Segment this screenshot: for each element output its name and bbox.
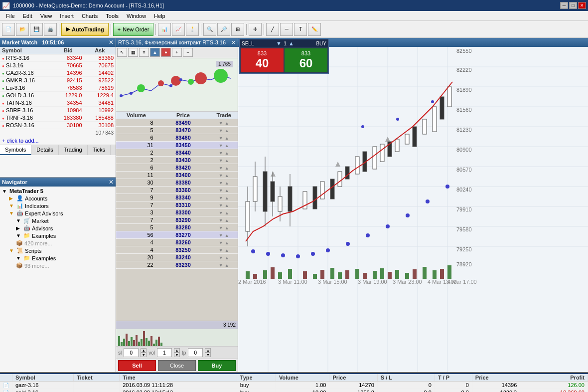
menu-file[interactable]: File [2,12,19,20]
dom-sl-down[interactable]: ▼ [141,353,147,357]
dom-trade-arrow[interactable]: ▼ ▲ [210,149,238,157]
navigator-close[interactable]: ✕ [109,179,114,186]
dom-row[interactable]: 5 83280 ▼ ▲ [116,224,238,231]
nav-metatrader5[interactable]: ▼ MetaTrader 5 [0,188,116,195]
mw-row[interactable]: ● TRNF-3.16 183380 185488 [0,114,116,122]
dom-trade-arrow[interactable]: ▼ ▲ [210,246,238,254]
mw-tab-details[interactable]: Details [31,145,59,155]
market-watch-close[interactable]: ✕ [109,39,114,46]
toolbar-text[interactable]: T [294,23,307,36]
toolbar-zoom-out[interactable]: 🔎 [217,23,230,36]
menu-edit[interactable]: Edit [19,12,36,20]
dom-row[interactable]: 2 83440 ▼ ▲ [116,149,238,157]
dom-trade-arrow[interactable]: ▼ ▲ [210,164,238,172]
mw-row[interactable]: ● Eu-3.16 78583 78619 [0,84,116,92]
mw-tab-symbols[interactable]: Symbols [0,145,31,155]
menu-help[interactable]: Help [150,12,169,20]
toolbar-open-btn[interactable]: 📂 [16,23,29,36]
dom-trade-arrow[interactable]: ▼ ▲ [210,127,238,134]
close-button[interactable]: ✕ [578,2,586,9]
toolbar-crosshair[interactable]: ✛ [249,23,262,36]
trade-row[interactable]: 📄 gazr-3.16 2016.03.09 11:11:28 buy 1.00… [0,382,588,389]
dom-sl-input[interactable] [124,348,139,357]
toolbar-pencil[interactable]: ✏️ [308,23,321,36]
dom-trade-arrow[interactable]: ▼ ▲ [210,261,238,269]
dom-btn-minus[interactable]: − [183,48,193,57]
dom-trade-arrow[interactable]: ▼ ▲ [210,201,238,209]
mw-row[interactable]: ● GAZR-3.16 14396 14402 [0,69,116,77]
nav-market[interactable]: ▼ 🛒 Market [0,217,116,224]
dom-buy-button[interactable]: Buy [198,360,236,371]
dom-row[interactable]: 56 83270 ▼ ▲ [116,231,238,239]
nav-accounts[interactable]: ▶ 👤 Accounts [0,195,116,202]
dom-row[interactable]: 9 83340 ▼ ▲ [116,194,238,201]
dom-trade-arrow[interactable]: ▼ ▲ [210,172,238,179]
toolbar-chart-line[interactable]: 📈 [172,23,185,36]
toolbar-chart-bar[interactable]: 📊 [158,23,171,36]
nav-scripts[interactable]: ▼ 📜 Scripts [0,247,116,254]
dom-sell-button[interactable]: Sell [118,360,156,371]
dom-row[interactable]: 5 83470 ▼ ▲ [116,127,238,134]
dom-row[interactable]: 7 83290 ▼ ▲ [116,216,238,224]
new-order-button[interactable]: + New Order [113,23,154,36]
dom-row[interactable]: 7 83360 ▼ ▲ [116,187,238,194]
dom-row[interactable]: 6 83460 ▼ ▲ [116,134,238,142]
dom-tp-down[interactable]: ▼ [205,353,211,357]
dom-row[interactable]: 20 83240 ▼ ▲ [116,254,238,261]
dom-row[interactable]: 3 83300 ▼ ▲ [116,209,238,216]
toolbar-line[interactable]: ╱ [266,23,279,36]
toolbar-save-btn[interactable]: 💾 [30,23,43,36]
mw-row[interactable]: ● TATN-3.16 34354 34481 [0,99,116,107]
tw-arrow-down[interactable]: ▼ [276,40,282,46]
dom-trade-arrow[interactable]: ▼ ▲ [210,209,238,216]
tw-buy-price-block[interactable]: 833 60 [285,48,327,72]
dom-vol-down[interactable]: ▼ [174,353,180,357]
toolbar-new-btn[interactable]: 📄 [2,23,15,36]
dom-tp-input[interactable] [188,348,203,357]
trade-row[interactable]: 📄 gold-3.16 2016.03.09 12:15:12 buy 10.0… [0,389,588,392]
toolbar-chart-candle[interactable]: 🕯️ [186,23,199,36]
dom-trade-arrow[interactable]: ▼ ▲ [210,224,238,231]
toolbar-hline[interactable]: ─ [280,23,293,36]
tw-arrow-up[interactable]: ▲ [289,40,294,46]
menu-view[interactable]: View [36,12,56,20]
dom-btn-cursor[interactable]: ↖ [117,48,127,57]
dom-row[interactable]: 6 83420 ▼ ▲ [116,164,238,172]
menu-tools[interactable]: Tools [102,12,123,20]
dom-trade-arrow[interactable]: ▼ ▲ [210,179,238,187]
dom-trade-arrow[interactable]: ▼ ▲ [210,187,238,194]
autotrading-button[interactable]: ▶ AutoTrading [61,23,109,36]
dom-row[interactable]: 8 83490 ▼ ▲ [116,119,238,127]
mw-add-row[interactable]: + click to add... [0,137,116,145]
dom-trade-arrow[interactable]: ▼ ▲ [210,239,238,246]
nav-scripts-examples[interactable]: ▼ 📁 Examples [0,254,116,262]
dom-vol-input[interactable] [157,348,172,357]
nav-indicators[interactable]: ▼ 📊 Indicators [0,202,116,209]
toolbar-print-btn[interactable]: 🖨️ [44,23,57,36]
dom-close-button[interactable]: Close [158,360,196,371]
dom-row[interactable]: 2 83430 ▼ ▲ [116,157,238,164]
maximize-button[interactable]: □ [569,2,577,9]
dom-row[interactable]: 4 83260 ▼ ▲ [116,239,238,246]
dom-trade-arrow[interactable]: ▼ ▲ [210,194,238,201]
dom-trade-arrow[interactable]: ▼ ▲ [210,254,238,261]
mw-tab-ticks[interactable]: Ticks [88,145,111,155]
dom-btn-zoom-in[interactable]: ▲ [150,48,160,57]
dom-row[interactable]: 7 83310 ▼ ▲ [116,201,238,209]
mw-row[interactable]: ● RTS-3.16 83340 83360 [0,54,116,62]
dom-trade-arrow[interactable]: ▼ ▲ [210,216,238,224]
dom-row[interactable]: 31 83450 ▼ ▲ [116,142,238,149]
nav-examples[interactable]: ▼ 📁 Examples [0,232,116,239]
menu-window[interactable]: Window [123,12,150,20]
dom-vol-up[interactable]: ▲ [174,348,180,353]
dom-trade-arrow[interactable]: ▼ ▲ [210,134,238,142]
tw-sell-price-block[interactable]: 833 40 [241,48,284,72]
dom-tp-up[interactable]: ▲ [205,348,211,353]
dom-row[interactable]: 4 83250 ▼ ▲ [116,246,238,254]
dom-btn-list[interactable]: ≡ [139,48,149,57]
nav-expert-advisors[interactable]: ▼ 🤖 Expert Advisors [0,209,116,217]
menu-charts[interactable]: Charts [78,12,102,20]
title-bar-controls[interactable]: ─ □ ✕ [560,2,586,9]
toolbar-zoom-in[interactable]: 🔍 [203,23,216,36]
dom-row[interactable]: 22 83230 ▼ ▲ [116,261,238,269]
